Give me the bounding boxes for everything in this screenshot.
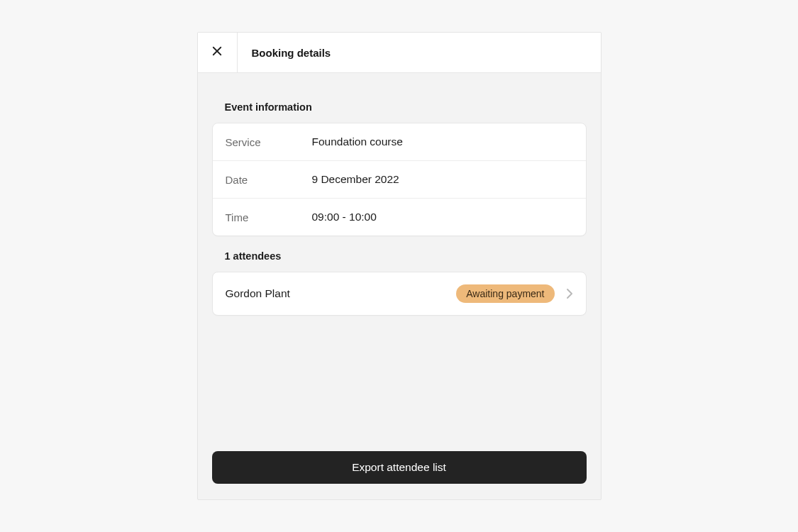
event-date-value: 9 December 2022 (312, 173, 399, 186)
attendees-title: 1 attendees (225, 250, 587, 262)
page-title: Booking details (238, 33, 331, 72)
export-attendee-list-button[interactable]: Export attendee list (212, 451, 587, 484)
close-button[interactable] (198, 33, 238, 72)
close-icon (211, 45, 223, 60)
event-service-label: Service (226, 136, 312, 148)
event-date-label: Date (226, 174, 312, 186)
event-time-row: Time 09:00 - 10:00 (213, 198, 586, 235)
event-info-title: Event information (225, 101, 587, 113)
panel-header: Booking details (198, 33, 601, 73)
event-time-label: Time (226, 211, 312, 223)
attendee-name: Gordon Plant (226, 287, 457, 300)
booking-details-panel: Booking details Event information Servic… (197, 32, 602, 500)
event-time-value: 09:00 - 10:00 (312, 211, 377, 223)
attendees-card: Gordon Plant Awaiting payment (212, 272, 587, 316)
event-date-row: Date 9 December 2022 (213, 160, 586, 198)
attendee-row[interactable]: Gordon Plant Awaiting payment (213, 272, 586, 315)
chevron-right-icon (566, 288, 573, 299)
event-service-value: Foundation course (312, 135, 403, 148)
event-service-row: Service Foundation course (213, 123, 586, 160)
event-info-card: Service Foundation course Date 9 Decembe… (212, 123, 587, 236)
status-badge: Awaiting payment (456, 284, 554, 303)
panel-body: Event information Service Foundation cou… (198, 73, 601, 499)
